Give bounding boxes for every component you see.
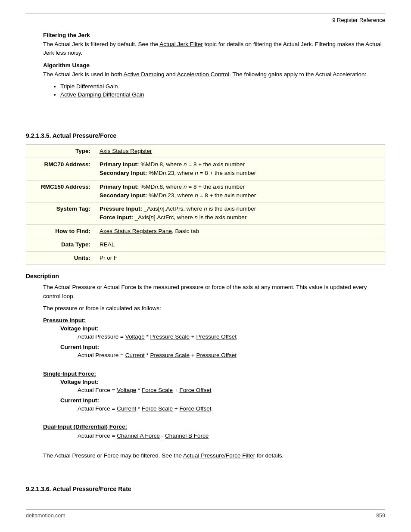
register-table: Type: Axis Status Register RMC70 Address… [26, 144, 385, 265]
units-label: Units: [26, 252, 95, 265]
acceleration-control-link[interactable]: Acceleration Control [177, 71, 230, 78]
description-para3: The Actual Pressure or Force may be filt… [43, 451, 385, 460]
current-formula-2: Actual Force = Current * Force Scale + F… [78, 404, 385, 413]
page-container: 9 Register Reference Filtering the Jerk … [0, 0, 411, 532]
system-tag-label: System Tag: [26, 202, 95, 225]
table-row-type: Type: Axis Status Register [26, 144, 385, 158]
bullet-active-damping-diff: Active Damping Differential Gain [60, 91, 385, 98]
data-type-value: REAL [95, 238, 385, 251]
rmc70-secondary: Secondary Input: %MDn.23, where n = 8 + … [100, 169, 380, 177]
active-damping-diff-gain-link[interactable]: Active Damping Differential Gain [60, 91, 144, 98]
dual-input-formula: Actual Force = Channel A Force - Channel… [78, 432, 385, 440]
footer-rule [26, 510, 385, 510]
how-to-find-value: Axes Status Registers Pane, Basic tab [95, 224, 385, 238]
real-link[interactable]: REAL [100, 241, 115, 248]
system-tag-force: Force Input: _Axis[n].ActFrc, where n is… [100, 213, 380, 222]
units-value: Pr or F [95, 252, 385, 265]
rmc70-label: RMC70 Address: [26, 158, 95, 180]
axes-status-registers-link[interactable]: Axes Status Registers Pane [100, 228, 172, 234]
actual-jerk-filter-link[interactable]: Actual Jerk Filter [159, 41, 203, 47]
voltage-formula-1: Actual Pressure = Voltage * Pressure Sca… [78, 333, 385, 341]
algorithm-usage-para: The Actual Jerk is used in both Active D… [43, 70, 385, 79]
rmc150-label: RMC150 Address: [26, 180, 95, 202]
current-link-1[interactable]: Current [125, 352, 145, 358]
filtering-jerk-heading: Filtering the Jerk [43, 32, 385, 38]
single-input-force-heading: Single-Input Force: [43, 370, 385, 377]
rmc70-primary: Primary Input: %MDn.8, where n = 8 + the… [100, 160, 380, 169]
pressure-input-heading: Pressure Input: [43, 317, 385, 324]
active-damping-link[interactable]: Active Damping [124, 71, 165, 78]
force-offset-link-2[interactable]: Force Offset [179, 405, 211, 412]
system-tag-value: Pressure Input: _Axis[n].ActPrs, where n… [95, 202, 385, 225]
footer: deltamotion.com 859 [26, 513, 385, 519]
table-row-data-type: Data Type: REAL [26, 238, 385, 251]
current-input-heading-2: Current Input: [60, 397, 385, 404]
triple-diff-gain-link[interactable]: Triple Differential Gain [60, 83, 118, 90]
table-row-units: Units: Pr or F [26, 252, 385, 265]
table-row-how-to-find: How to Find: Axes Status Registers Pane,… [26, 224, 385, 238]
pressure-offset-link-1[interactable]: Pressure Offset [196, 333, 237, 340]
dual-input-force-heading: Dual-Input (Differential) Force: [43, 423, 385, 430]
algorithm-usage-heading: Algorithm Usage [43, 62, 385, 68]
force-scale-link-1[interactable]: Force Scale [142, 387, 173, 393]
rmc150-secondary: Secondary Input: %MDn.23, where n = 8 + … [100, 191, 380, 200]
filtering-jerk-para: The Actual Jerk is filtered by default. … [43, 40, 385, 58]
header-line: 9 Register Reference [26, 17, 385, 23]
pressure-scale-link-2[interactable]: Pressure Scale [150, 352, 190, 358]
channel-a-force-link[interactable]: Channel A Force [117, 432, 160, 439]
section-9214-heading: 9.2.1.3.6. Actual Pressure/Force Rate [26, 485, 385, 492]
description-para1: The Actual Pressure or Actual Force is t… [43, 283, 385, 301]
table-row-system-tag: System Tag: Pressure Input: _Axis[n].Act… [26, 202, 385, 225]
current-input-heading-1: Current Input: [60, 344, 385, 350]
algorithm-bullets: Triple Differential Gain Active Damping … [60, 83, 385, 98]
type-label: Type: [26, 144, 95, 158]
table-row-rmc150: RMC150 Address: Primary Input: %MDn.8, w… [26, 180, 385, 202]
data-type-label: Data Type: [26, 238, 95, 251]
bullet-triple-diff: Triple Differential Gain [60, 83, 385, 90]
current-link-2[interactable]: Current [117, 405, 136, 412]
rmc150-value: Primary Input: %MDn.8, where n = 8 + the… [95, 180, 385, 202]
voltage-formula-2: Actual Force = Voltage * Force Scale + F… [78, 386, 385, 395]
section-9213-heading: 9.2.1.3.5. Actual Pressure/Force [26, 132, 385, 139]
force-offset-link-1[interactable]: Force Offset [179, 387, 211, 393]
type-value: Axis Status Register [95, 144, 385, 158]
footer-right: 859 [376, 513, 385, 519]
system-tag-pressure: Pressure Input: _Axis[n].ActPrs, where n… [100, 205, 380, 213]
how-to-find-label: How to Find: [26, 224, 95, 238]
pressure-scale-link-1[interactable]: Pressure Scale [150, 333, 190, 340]
pressure-offset-link-2[interactable]: Pressure Offset [196, 352, 237, 358]
actual-pressure-force-filter-link[interactable]: Actual Pressure/Force Filter [183, 452, 255, 459]
header-rule [26, 13, 385, 13]
voltage-input-heading-2: Voltage Input: [60, 379, 385, 385]
description-para2: The pressure or force is calculated as f… [43, 304, 385, 313]
rmc70-value: Primary Input: %MDn.8, where n = 8 + the… [95, 158, 385, 180]
force-scale-link-2[interactable]: Force Scale [142, 405, 173, 412]
header-title: 9 Register Reference [332, 17, 385, 23]
voltage-link-1[interactable]: Voltage [125, 333, 145, 340]
channel-b-force-link[interactable]: Channel B Force [165, 432, 209, 439]
voltage-link-2[interactable]: Voltage [117, 387, 136, 393]
current-formula-1: Actual Pressure = Current * Pressure Sca… [78, 351, 385, 360]
rmc150-primary: Primary Input: %MDn.8, where n = 8 + the… [100, 183, 380, 191]
footer-left: deltamotion.com [26, 513, 65, 519]
description-heading: Description [26, 273, 385, 280]
table-row-rmc70: RMC70 Address: Primary Input: %MDn.8, wh… [26, 158, 385, 180]
axis-status-register-link[interactable]: Axis Status Register [100, 148, 152, 154]
voltage-input-heading-1: Voltage Input: [60, 325, 385, 332]
